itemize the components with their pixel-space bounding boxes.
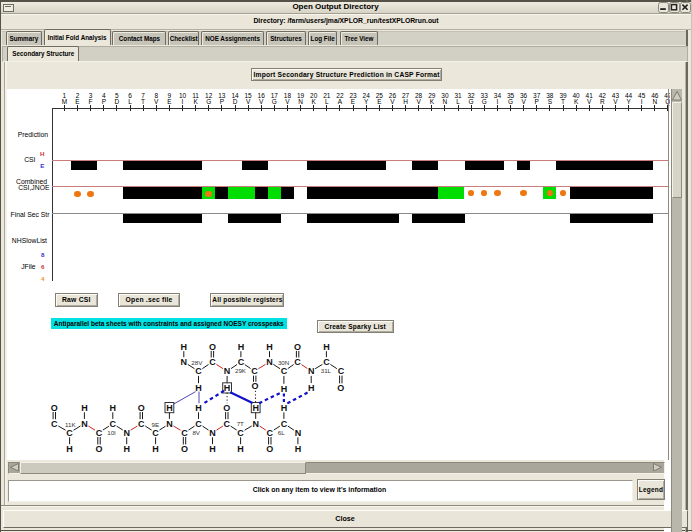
svg-text:H: H xyxy=(323,342,330,352)
svg-text:H: H xyxy=(209,444,216,454)
svg-text:O: O xyxy=(223,403,230,413)
svg-text:N: N xyxy=(209,428,216,438)
svg-text:N: N xyxy=(224,366,231,376)
svg-text:C: C xyxy=(66,428,73,438)
svg-text:N: N xyxy=(81,419,88,429)
svg-text:28V: 28V xyxy=(191,359,203,366)
svg-text:6L: 6L xyxy=(278,429,285,436)
svg-text:H: H xyxy=(237,444,244,454)
svg-text:H: H xyxy=(238,342,245,352)
svg-text:C: C xyxy=(195,419,202,429)
svg-text:C: C xyxy=(195,366,202,376)
svg-text:C: C xyxy=(237,428,244,438)
svg-text:C: C xyxy=(323,357,330,367)
svg-text:C: C xyxy=(224,419,231,429)
svg-text:O: O xyxy=(138,403,145,413)
svg-text:10I: 10I xyxy=(107,429,116,436)
svg-text:C: C xyxy=(209,357,216,367)
svg-text:C: C xyxy=(281,419,288,429)
svg-text:31L: 31L xyxy=(321,367,332,374)
svg-text:C: C xyxy=(152,428,159,438)
svg-text:C: C xyxy=(96,428,103,438)
svg-text:C: C xyxy=(281,366,288,376)
svg-text:C: C xyxy=(51,419,58,429)
svg-text:H: H xyxy=(166,403,173,413)
svg-text:C: C xyxy=(338,366,345,376)
svg-text:H: H xyxy=(281,403,288,413)
svg-text:C: C xyxy=(110,419,117,429)
svg-text:O: O xyxy=(51,403,58,413)
svg-text:H: H xyxy=(266,342,273,352)
svg-text:O: O xyxy=(209,342,216,352)
svg-text:N: N xyxy=(308,366,315,376)
svg-text:H: H xyxy=(281,384,288,394)
svg-text:O: O xyxy=(251,381,258,391)
svg-text:C: C xyxy=(294,357,301,367)
svg-text:N: N xyxy=(252,419,259,429)
svg-text:H: H xyxy=(152,444,159,454)
svg-text:O: O xyxy=(294,342,301,352)
svg-text:N: N xyxy=(166,419,173,429)
svg-text:H: H xyxy=(195,403,202,413)
svg-text:H: H xyxy=(181,342,188,352)
svg-text:N: N xyxy=(266,357,273,367)
svg-text:11K: 11K xyxy=(65,421,76,428)
svg-text:H: H xyxy=(66,444,73,454)
svg-text:C: C xyxy=(251,366,258,376)
svg-text:7T: 7T xyxy=(237,420,244,427)
svg-text:30N: 30N xyxy=(278,359,289,366)
svg-text:N: N xyxy=(123,428,130,438)
svg-text:H: H xyxy=(81,403,88,413)
svg-text:8V: 8V xyxy=(192,429,200,436)
svg-text:N: N xyxy=(181,357,188,367)
svg-text:O: O xyxy=(181,444,188,454)
svg-text:O: O xyxy=(95,444,102,454)
svg-text:C: C xyxy=(238,357,245,367)
svg-text:C: C xyxy=(138,419,145,429)
svg-text:H: H xyxy=(195,383,202,393)
svg-text:29K: 29K xyxy=(235,367,247,374)
svg-text:H: H xyxy=(295,444,302,454)
svg-text:H: H xyxy=(308,383,315,393)
svg-text:O: O xyxy=(337,383,344,393)
svg-text:H: H xyxy=(123,444,130,454)
svg-text:C: C xyxy=(181,428,188,438)
svg-text:N: N xyxy=(295,428,302,438)
svg-text:C: C xyxy=(267,428,274,438)
svg-text:9E: 9E xyxy=(152,421,160,428)
svg-text:H: H xyxy=(252,403,259,413)
svg-text:H: H xyxy=(110,403,117,413)
svg-text:H: H xyxy=(224,383,231,393)
svg-text:O: O xyxy=(266,444,273,454)
